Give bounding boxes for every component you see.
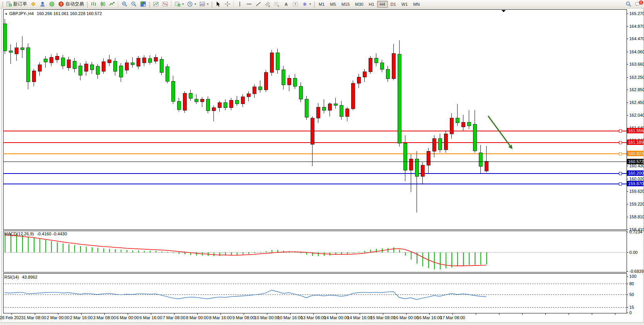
- line-chart-button[interactable]: [108, 0, 117, 8]
- timeframe-w1-button[interactable]: W1: [399, 1, 411, 8]
- timeframe-m1-button[interactable]: M1: [316, 1, 327, 8]
- toolbar-grip[interactable]: [211, 1, 213, 7]
- svg-text:6 Mar 00:00: 6 Mar 00:00: [116, 315, 139, 320]
- cursor-button[interactable]: [214, 0, 223, 8]
- svg-text:8 Mar 16:00: 8 Mar 16:00: [209, 315, 232, 320]
- yellow-cube-button[interactable]: [29, 0, 38, 8]
- label-button[interactable]: T: [291, 0, 300, 8]
- svg-text:164.470: 164.470: [629, 36, 644, 41]
- timeframe-m15-button[interactable]: M15: [339, 1, 352, 8]
- toolbar-grip[interactable]: [2, 1, 3, 7]
- price-chart-svg[interactable]: 165.270164.870164.470164.060163.660163.2…: [0, 9, 644, 325]
- timeframe-d1-button[interactable]: D1: [388, 1, 399, 8]
- svg-text:3 Mar 08:00: 3 Mar 08:00: [93, 315, 116, 320]
- toolbar-separator: [118, 1, 119, 8]
- svg-text:162.450: 162.450: [629, 100, 644, 105]
- dropdown-caret-icon[interactable]: ▾: [182, 2, 184, 6]
- svg-text:0.00: 0.00: [629, 250, 637, 255]
- timeframe-h4-button[interactable]: H4: [377, 1, 388, 8]
- svg-text:16 Mar 00:00: 16 Mar 00:00: [394, 315, 419, 320]
- autotrade-button[interactable]: 自动交易: [56, 0, 85, 8]
- tile-windows-button[interactable]: [138, 0, 148, 8]
- svg-text:100: 100: [629, 274, 636, 279]
- channel-button[interactable]: E: [263, 0, 272, 8]
- svg-text:1 Mar 08:00: 1 Mar 08:00: [24, 315, 46, 320]
- search-button[interactable]: [624, 0, 633, 8]
- chart-ohlc-label: ▼GBPJPY-,H4160.266 161.061 160.228 160.5…: [5, 11, 102, 16]
- bar-chart-button[interactable]: [89, 0, 98, 8]
- svg-text:160.020: 160.020: [629, 177, 644, 181]
- svg-text:T: T: [294, 2, 296, 6]
- indicators-button[interactable]: [151, 0, 161, 8]
- hline-icon: [246, 1, 252, 7]
- dropdown-caret-icon[interactable]: ▾: [207, 2, 208, 6]
- line-chart-icon: [109, 1, 115, 7]
- chart-area[interactable]: 165.270164.870164.470164.060163.660163.2…: [0, 9, 644, 325]
- svg-text:161.189: 161.189: [628, 140, 644, 145]
- vline-button[interactable]: [235, 0, 244, 8]
- signals-button[interactable]: [47, 0, 56, 8]
- svg-text:159.620: 159.620: [629, 189, 644, 194]
- crosshair-button[interactable]: [223, 0, 232, 8]
- profile-button[interactable]: [38, 0, 47, 8]
- timeframe-m30-button[interactable]: M30: [352, 1, 366, 8]
- candle-chart-button[interactable]: [98, 0, 108, 8]
- macd-pane: [3, 231, 627, 272]
- autotrade-label: 自动交易: [65, 1, 84, 7]
- toolbar-grip[interactable]: [86, 1, 88, 7]
- svg-text:159.870: 159.870: [628, 181, 644, 186]
- toolbar-separator: [171, 1, 172, 8]
- fibonacci-icon: F: [274, 1, 280, 7]
- chat-button[interactable]: 1: [633, 0, 642, 8]
- svg-text:17 Mar 08:00: 17 Mar 08:00: [440, 315, 465, 320]
- rsi-name: RSI(14): [4, 275, 19, 279]
- new-order-label: 新订单: [13, 1, 27, 7]
- toolbar-grip[interactable]: [313, 1, 315, 7]
- svg-text:14 Mar 00:00: 14 Mar 00:00: [324, 315, 349, 320]
- cursor-icon: [215, 1, 221, 7]
- svg-text:50: 50: [629, 292, 634, 297]
- timeframe-m5-button[interactable]: M5: [327, 1, 338, 8]
- profile-icon: [39, 1, 46, 7]
- dropdown-caret-icon[interactable]: ▾: [195, 2, 196, 6]
- svg-text:10 Mar 16:00: 10 Mar 16:00: [278, 315, 303, 320]
- svg-text:2 Mar 00:00: 2 Mar 00:00: [47, 315, 70, 320]
- fibonacci-button[interactable]: F: [272, 0, 282, 8]
- clock-button[interactable]: ▾: [185, 0, 198, 8]
- text-button[interactable]: A: [282, 0, 291, 8]
- svg-text:162.040: 162.040: [629, 113, 644, 117]
- svg-text:161.556: 161.556: [628, 128, 644, 133]
- macd-label: MACD(12,26,9)-0.4160 -0.4430: [4, 231, 67, 236]
- toolbar-separator: [233, 1, 234, 8]
- new-order-icon: [6, 1, 12, 7]
- template-button[interactable]: ▾: [198, 0, 210, 8]
- svg-text:8 Mar 00:00: 8 Mar 00:00: [186, 315, 209, 320]
- svg-text:2 Mar 16:00: 2 Mar 16:00: [70, 315, 93, 320]
- trendline-button[interactable]: [254, 0, 263, 8]
- level-handle: [619, 141, 622, 144]
- zoom-out-button[interactable]: [129, 0, 138, 8]
- shapes-button[interactable]: ▾: [300, 0, 313, 8]
- svg-text:14 Mar 16:00: 14 Mar 16:00: [347, 315, 372, 320]
- new-order-button[interactable]: 新订单: [4, 0, 29, 8]
- svg-text:160.200: 160.200: [628, 171, 644, 175]
- vline-icon: [237, 1, 243, 7]
- toolbar-grip[interactable]: [149, 1, 150, 7]
- symbol-dropdown-icon[interactable]: ▼: [5, 12, 8, 16]
- zoom-in-icon: [121, 1, 128, 7]
- rsi-value: 43.8962: [22, 275, 38, 279]
- hline-button[interactable]: [244, 0, 254, 8]
- data-window-button[interactable]: [161, 0, 170, 8]
- zoom-in-button[interactable]: [120, 0, 129, 8]
- new-chart-button[interactable]: ▾: [173, 0, 185, 8]
- macd-name: MACD(12,26,9): [4, 231, 34, 236]
- yellow-cube-icon: [30, 1, 36, 7]
- svg-text:165.270: 165.270: [629, 11, 644, 16]
- level-handle: [619, 182, 622, 185]
- tile-windows-icon: [140, 1, 146, 7]
- dropdown-caret-icon[interactable]: ▾: [309, 2, 311, 6]
- timeframe-h1-button[interactable]: H1: [366, 1, 377, 8]
- level-handle: [619, 152, 622, 155]
- timeframe-mn-button[interactable]: MN: [410, 1, 422, 8]
- svg-text:162.850: 162.850: [629, 87, 644, 92]
